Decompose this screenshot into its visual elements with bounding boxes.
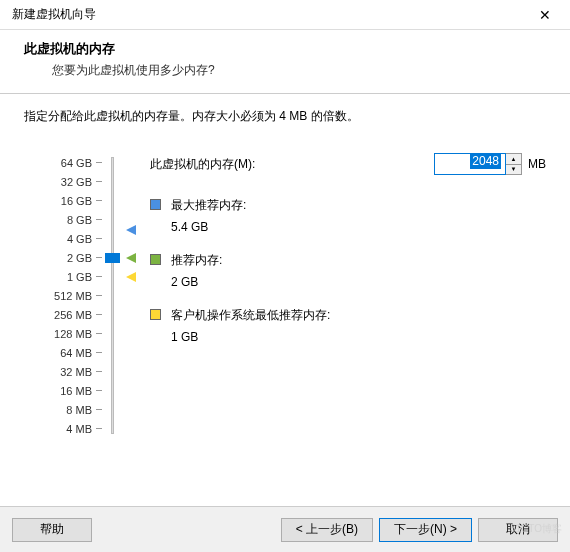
tick-16mb: 16 MB <box>24 381 102 400</box>
close-icon[interactable]: ✕ <box>530 7 560 23</box>
wizard-footer: 帮助 < 上一步(B) 下一步(N) > 取消 <box>0 506 570 552</box>
max-memory-value: 5.4 GB <box>171 220 546 234</box>
max-square-icon <box>150 199 161 210</box>
tick-1gb: 1 GB <box>24 267 102 286</box>
tick-2gb: 2 GB <box>24 248 102 267</box>
memory-input-row: 此虚拟机的内存(M): 2048 ▲ ▼ MB <box>150 153 546 175</box>
rec-square-icon <box>150 254 161 265</box>
slider-markers <box>124 153 146 438</box>
max-memory-label: 最大推荐内存: <box>171 197 246 214</box>
tick-64mb: 64 MB <box>24 343 102 362</box>
rec-memory-value: 2 GB <box>171 275 546 289</box>
tick-256mb: 256 MB <box>24 305 102 324</box>
spinner-down-icon[interactable]: ▼ <box>506 165 521 175</box>
content-area: 指定分配给此虚拟机的内存量。内存大小必须为 4 MB 的倍数。 64 GB 32… <box>0 94 570 448</box>
memory-info: 最大推荐内存: 5.4 GB 推荐内存: 2 GB 客户机操作系统最低推荐内存:… <box>150 197 546 344</box>
min-memory-row: 客户机操作系统最低推荐内存: <box>150 307 546 324</box>
memory-spinner[interactable]: ▲ ▼ <box>506 153 522 175</box>
memory-input-wrap: 2048 ▲ ▼ MB <box>434 153 546 175</box>
titlebar: 新建虚拟机向导 ✕ <box>0 0 570 30</box>
tick-4gb: 4 GB <box>24 229 102 248</box>
tick-512mb: 512 MB <box>24 286 102 305</box>
rec-marker-icon <box>126 253 136 263</box>
tick-64gb: 64 GB <box>24 153 102 172</box>
instruction-text: 指定分配给此虚拟机的内存量。内存大小必须为 4 MB 的倍数。 <box>24 108 546 125</box>
rec-memory-row: 推荐内存: <box>150 252 546 269</box>
cancel-button[interactable]: 取消 <box>478 518 558 542</box>
help-button[interactable]: 帮助 <box>12 518 92 542</box>
memory-details: 此虚拟机的内存(M): 2048 ▲ ▼ MB 最大推荐内存: 5.4 GB <box>146 153 546 438</box>
window-title: 新建虚拟机向导 <box>12 6 96 23</box>
tick-16gb: 16 GB <box>24 191 102 210</box>
memory-area: 64 GB 32 GB 16 GB 8 GB 4 GB 2 GB 1 GB 51… <box>24 153 546 438</box>
min-marker-icon <box>126 272 136 282</box>
scale-labels: 64 GB 32 GB 16 GB 8 GB 4 GB 2 GB 1 GB 51… <box>24 153 102 438</box>
wizard-header: 此虚拟机的内存 您要为此虚拟机使用多少内存? <box>0 30 570 93</box>
memory-slider[interactable] <box>102 153 124 438</box>
tick-8mb: 8 MB <box>24 400 102 419</box>
tick-32mb: 32 MB <box>24 362 102 381</box>
tick-8gb: 8 GB <box>24 210 102 229</box>
spinner-up-icon[interactable]: ▲ <box>506 154 521 165</box>
next-button[interactable]: 下一步(N) > <box>379 518 472 542</box>
page-subtitle: 您要为此虚拟机使用多少内存? <box>52 62 546 79</box>
max-memory-row: 最大推荐内存: <box>150 197 546 214</box>
min-memory-value: 1 GB <box>171 330 546 344</box>
min-square-icon <box>150 309 161 320</box>
tick-4mb: 4 MB <box>24 419 102 438</box>
back-button[interactable]: < 上一步(B) <box>281 518 373 542</box>
slider-handle[interactable] <box>105 253 120 263</box>
slider-track <box>111 157 114 434</box>
tick-32gb: 32 GB <box>24 172 102 191</box>
min-memory-label: 客户机操作系统最低推荐内存: <box>171 307 330 324</box>
memory-label: 此虚拟机的内存(M): <box>150 156 255 173</box>
tick-128mb: 128 MB <box>24 324 102 343</box>
page-title: 此虚拟机的内存 <box>24 40 546 58</box>
max-marker-icon <box>126 225 136 235</box>
memory-input[interactable]: 2048 <box>434 153 506 175</box>
memory-unit: MB <box>528 157 546 171</box>
rec-memory-label: 推荐内存: <box>171 252 222 269</box>
